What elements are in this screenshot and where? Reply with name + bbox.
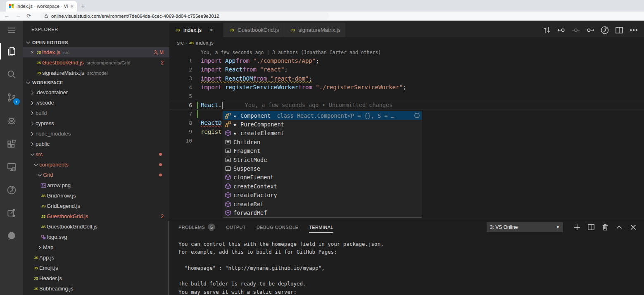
breadcrumb-file[interactable]: index.js	[196, 40, 213, 46]
split-editor-icon[interactable]	[615, 26, 624, 35]
workspace-label: WORKSPACE	[32, 80, 63, 85]
code-line[interactable]: 2import Reactfrom "react";	[169, 65, 644, 74]
suggest-item[interactable]: createRef	[223, 200, 422, 208]
tree-file-row[interactable]: JSHeader.js	[23, 273, 169, 283]
suggest-item[interactable]: forwardRef	[223, 208, 422, 217]
terminal-output[interactable]: You can control this with the homepage f…	[169, 234, 644, 295]
close-panel-icon[interactable]	[629, 223, 637, 231]
tree-folder-row[interactable]: build	[23, 108, 169, 118]
suggest-item[interactable]: ★Componentclass React.Component<P = {}, …	[223, 111, 422, 120]
suggest-item[interactable]: Children	[223, 138, 422, 146]
code-line[interactable]: 1import Appfrom "./components/App";	[169, 56, 644, 65]
problems-count-badge: 5	[208, 224, 215, 231]
debug-button[interactable]	[0, 109, 23, 132]
maximize-panel-icon[interactable]	[615, 223, 623, 231]
current-change-icon[interactable]	[571, 26, 580, 35]
extensions-button[interactable]	[0, 132, 23, 155]
editor-tab[interactable]: JSindex.js×	[169, 23, 223, 37]
suggest-item[interactable]: createFactory	[223, 191, 422, 200]
tree-file-row[interactable]: logo.svg	[23, 232, 169, 242]
breadcrumb-folder[interactable]: src	[177, 40, 184, 46]
live-share-button[interactable]	[0, 178, 23, 202]
tree-folder-row[interactable]: public	[23, 139, 169, 149]
tree-file-row[interactable]: JSSubheading.js	[23, 283, 169, 294]
code-text: regist	[201, 128, 222, 135]
browser-tab[interactable]: index.js - workspace - Visual Stud ×	[6, 1, 77, 12]
tree-folder-row[interactable]: Grid	[23, 170, 169, 180]
tree-folder-row[interactable]: Map	[23, 242, 169, 252]
sidebar-scrollbar[interactable]	[168, 221, 169, 295]
back-icon[interactable]: ←	[4, 13, 10, 19]
explorer-button[interactable]	[0, 40, 23, 63]
editor-tab[interactable]: JSGuestbookGrid.js	[223, 23, 284, 37]
code-line[interactable]: 6React.You, a few seconds ago • Uncommit…	[169, 101, 644, 110]
tab-close-icon[interactable]: ×	[70, 4, 74, 9]
suggest-item[interactable]: createContext	[223, 182, 422, 190]
new-tab-button[interactable]: +	[81, 2, 85, 10]
open-editor-item[interactable]: ×JSindex.jssrc3, M	[23, 47, 169, 57]
close-tab-icon[interactable]: ×	[210, 27, 213, 33]
info-icon[interactable]	[414, 112, 420, 119]
remote-explorer-button[interactable]	[0, 155, 23, 178]
suggest-item[interactable]: ★PureComponent	[223, 120, 422, 128]
close-editor-icon[interactable]: ×	[29, 50, 36, 55]
tree-folder-row[interactable]: node_modules	[23, 128, 169, 139]
tree-file-row[interactable]: JSEmoji.js	[23, 263, 169, 273]
editor-body[interactable]: You, a few seconds ago | 3 authors (Jona…	[169, 49, 644, 220]
tree-folder-row[interactable]: .devcontainer	[23, 87, 169, 98]
tree-file-row[interactable]: JSGuestbookGridCell.js	[23, 221, 169, 232]
live-share-icon	[7, 185, 17, 195]
previous-change-icon[interactable]	[557, 26, 566, 35]
tree-folder-row[interactable]: cypress	[23, 118, 169, 128]
github-button[interactable]	[0, 225, 23, 248]
terminal-selector[interactable]: 3: VS Online ▼	[487, 222, 563, 232]
new-terminal-icon[interactable]	[573, 223, 581, 231]
suggest-item[interactable]: cloneElement	[223, 173, 422, 182]
split-terminal-icon[interactable]	[587, 223, 595, 231]
open-editors-header[interactable]: OPEN EDITORS	[23, 38, 169, 47]
tree-file-row[interactable]: arrow.png	[23, 180, 169, 190]
tree-file-row[interactable]: JSApp.js	[23, 252, 169, 263]
tree-file-row[interactable]: JSGridArrow.js	[23, 190, 169, 201]
feedback-button[interactable]	[0, 202, 23, 225]
tree-folder-row[interactable]: .vscode	[23, 98, 169, 108]
source-control-button[interactable]: 1	[0, 86, 23, 109]
suggest-label: Fragment	[233, 148, 260, 154]
panel-tab-debug-console[interactable]: DEBUG CONSOLE	[257, 220, 298, 234]
code-line[interactable]: 5	[169, 92, 644, 101]
kill-terminal-icon[interactable]	[601, 223, 609, 231]
open-editor-item[interactable]: JSGuestbookGrid.jssrc/components/Grid2	[23, 57, 169, 68]
reload-icon[interactable]: ⟳	[26, 13, 31, 19]
tree-file-row[interactable]: JSGridLegend.js	[23, 201, 169, 211]
panel-tab-terminal[interactable]: TERMINAL	[309, 220, 333, 234]
search-button[interactable]	[0, 63, 23, 86]
codelens[interactable]: You, a few seconds ago | 3 authors (Jona…	[169, 49, 644, 56]
live-share-icon[interactable]	[600, 26, 609, 35]
workspace-header[interactable]: WORKSPACE	[23, 78, 169, 87]
suggest-item[interactable]: StrictMode	[223, 155, 422, 164]
tree-file-row[interactable]: JSGuestbookGrid.js2	[23, 211, 169, 221]
open-editor-item[interactable]: JSsignatureMatrix.jssrc/model	[23, 68, 169, 78]
tree-item-label: src	[36, 151, 43, 157]
forward-icon[interactable]: →	[15, 13, 21, 19]
panel-tab-problems[interactable]: PROBLEMS5	[178, 220, 215, 234]
code-line[interactable]: 4import registerServiceWorkerfrom "./reg…	[169, 83, 644, 92]
more-actions-icon[interactable]	[629, 26, 638, 35]
suggest-item[interactable]: Fragment	[223, 147, 422, 155]
js-file-icon: JS	[36, 61, 42, 65]
microsoft-logo-icon	[9, 4, 14, 9]
suggest-item[interactable]: ★createElement	[223, 129, 422, 138]
open-changes-icon[interactable]	[542, 26, 551, 35]
address-bar[interactable]: online.visualstudio.com/environment/7de8…	[40, 12, 329, 20]
next-change-icon[interactable]	[586, 26, 595, 35]
tree-folder-row[interactable]: components	[23, 159, 169, 170]
suggest-item[interactable]: Suspense	[223, 164, 422, 173]
panel-tab-output[interactable]: OUTPUT	[226, 220, 246, 234]
tree-folder-row[interactable]: src	[23, 149, 169, 159]
tree-item-label: build	[36, 110, 47, 116]
menu-button[interactable]	[0, 21, 23, 40]
editor-tab[interactable]: JSsignatureMatrix.js	[284, 23, 345, 37]
code-line[interactable]: 3import ReactDOMfrom "react-dom";	[169, 74, 644, 83]
tree-item-label: components	[39, 162, 69, 168]
chevron-right-icon	[29, 120, 36, 127]
